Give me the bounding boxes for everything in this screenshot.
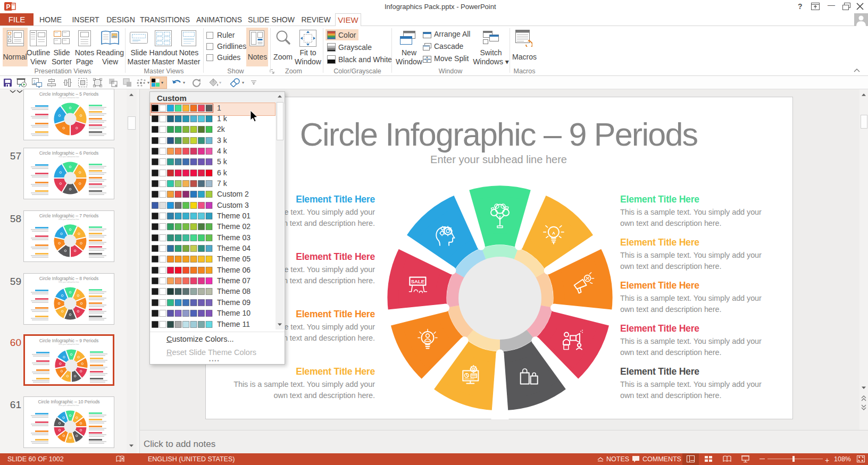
svg-text:SALE: SALE — [411, 278, 424, 284]
svg-text:P: P — [6, 3, 10, 11]
